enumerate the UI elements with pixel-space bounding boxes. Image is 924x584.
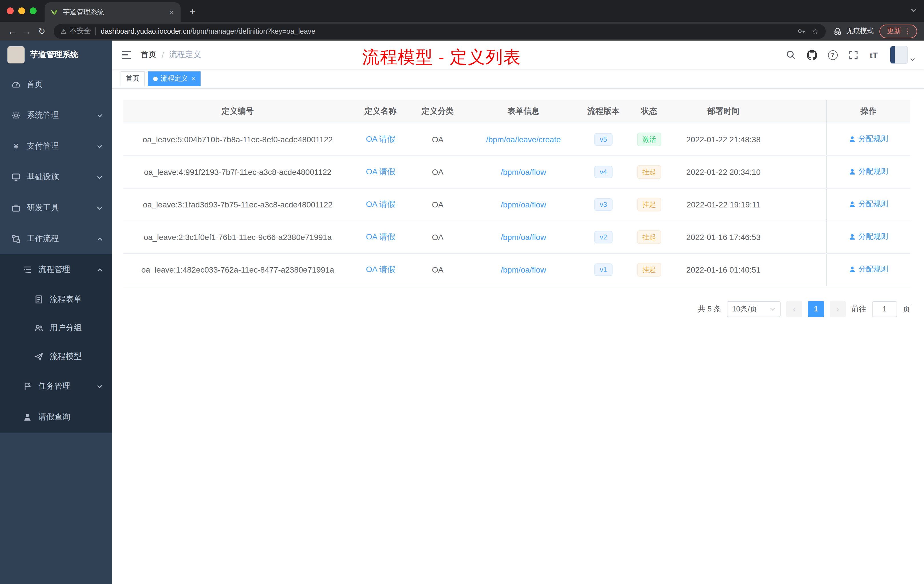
prev-icon: ‹ bbox=[793, 304, 795, 313]
deploy-time: 2022-01-22 19:19:11 bbox=[672, 188, 775, 221]
top-navbar: 首页 / 流程定义 流程模型 - 定义列表 bbox=[112, 41, 924, 69]
version-badge: v4 bbox=[594, 165, 612, 178]
deploy-time: 2022-01-22 21:48:38 bbox=[672, 123, 775, 155]
form-link[interactable]: /bpm/oa/flow bbox=[501, 167, 546, 176]
status-badge: 挂起 bbox=[637, 230, 661, 244]
prev-page-button[interactable]: ‹ bbox=[786, 301, 802, 317]
app-logo[interactable]: 芋道管理系统 bbox=[0, 41, 112, 69]
sidebar-item-leave-query[interactable]: 请假查询 bbox=[0, 402, 112, 432]
tag-process-definition[interactable]: 流程定义 × bbox=[148, 71, 201, 86]
browser-toolbar: ← → ↻ ⚠ 不安全 dashboard.yudao.iocoder.cn/b… bbox=[0, 22, 924, 41]
help-question-icon[interactable]: ? bbox=[828, 50, 838, 60]
table-row: oa_leave:3:1fad3d93-7b75-11ec-a3c8-acde4… bbox=[124, 188, 910, 221]
sidebar-item-label: 请假查询 bbox=[38, 412, 70, 422]
chevron-down-icon bbox=[97, 174, 103, 180]
address-bar[interactable]: ⚠ 不安全 dashboard.yudao.iocoder.cn/bpm/man… bbox=[54, 24, 826, 39]
chevron-down-icon bbox=[97, 112, 103, 119]
col-header-id: 定义编号 bbox=[124, 100, 352, 123]
user-menu[interactable] bbox=[890, 46, 916, 64]
sidebar-item-dev-tools[interactable]: 研发工具 bbox=[0, 193, 112, 223]
chevron-down-icon bbox=[770, 306, 776, 312]
sidebar-item-label: 流程模型 bbox=[50, 351, 82, 362]
form-link[interactable]: /bpm/oa/flow bbox=[501, 265, 546, 274]
form-link[interactable]: /bpm/oa/flow bbox=[501, 200, 546, 209]
version-badge: v2 bbox=[594, 231, 612, 243]
form-link[interactable]: /bpm/oa/leave/create bbox=[486, 135, 561, 144]
table-header-row: 定义编号 定义名称 定义分类 表单信息 流程版本 状态 部署时间 操作 bbox=[124, 100, 910, 123]
password-key-icon[interactable] bbox=[797, 27, 806, 35]
assign-rule-link[interactable]: 分配规则 bbox=[849, 167, 888, 177]
avatar[interactable] bbox=[890, 46, 908, 64]
tab-search-chevron-icon[interactable] bbox=[910, 7, 917, 14]
sidebar-item-label: 研发工具 bbox=[27, 203, 59, 213]
col-header-category: 定义分类 bbox=[409, 100, 466, 123]
goto-page-input[interactable] bbox=[872, 301, 897, 317]
reload-button[interactable]: ↻ bbox=[34, 24, 49, 39]
sidebar-item-payment[interactable]: ¥ 支付管理 bbox=[0, 131, 112, 162]
sidebar-item-workflow[interactable]: 工作流程 bbox=[0, 223, 112, 254]
window-controls bbox=[0, 0, 45, 22]
assign-rule-link[interactable]: 分配规则 bbox=[849, 134, 888, 144]
page-1-button[interactable]: 1 bbox=[808, 301, 824, 317]
sidebar-item-system[interactable]: 系统管理 bbox=[0, 100, 112, 131]
definition-category: OA bbox=[409, 188, 466, 221]
maximize-window-button[interactable] bbox=[30, 7, 36, 14]
definition-name-link[interactable]: OA 请假 bbox=[366, 134, 396, 143]
update-chrome-button[interactable]: 更新 ⋮ bbox=[879, 24, 917, 38]
fullscreen-icon[interactable] bbox=[848, 50, 859, 60]
assign-rule-link[interactable]: 分配规则 bbox=[849, 199, 888, 210]
definition-name-link[interactable]: OA 请假 bbox=[366, 232, 396, 241]
close-window-button[interactable] bbox=[7, 7, 14, 14]
col-header-actions: 操作 bbox=[826, 100, 910, 123]
assign-rule-link[interactable]: 分配规则 bbox=[849, 232, 888, 242]
breadcrumb-separator: / bbox=[162, 50, 164, 59]
new-tab-button[interactable]: + bbox=[185, 5, 200, 20]
tag-close-icon[interactable]: × bbox=[191, 74, 195, 82]
browser-tab[interactable]: 芋道管理系统 × bbox=[45, 2, 181, 22]
page-size-select[interactable]: 10条/页 bbox=[727, 301, 780, 317]
tag-label: 流程定义 bbox=[160, 74, 188, 83]
security-label: 不安全 bbox=[70, 26, 91, 36]
sidebar-toggle-hamburger-icon[interactable] bbox=[120, 49, 132, 61]
bookmark-star-icon[interactable]: ☆ bbox=[812, 26, 819, 36]
github-icon[interactable] bbox=[807, 50, 817, 60]
sidebar-item-process-form[interactable]: 流程表单 bbox=[0, 285, 112, 314]
not-secure-warning-icon: ⚠ bbox=[61, 27, 67, 35]
definition-name-link[interactable]: OA 请假 bbox=[366, 264, 396, 274]
definition-id: oa_leave:4:991f2193-7b7f-11ec-a3c8-acde4… bbox=[124, 155, 352, 188]
definition-name-link[interactable]: OA 请假 bbox=[366, 167, 396, 176]
assign-rule-link[interactable]: 分配规则 bbox=[849, 264, 888, 275]
minimize-window-button[interactable] bbox=[18, 7, 25, 14]
font-size-icon[interactable]: tT bbox=[870, 50, 878, 60]
tag-home[interactable]: 首页 bbox=[120, 71, 145, 86]
col-header-name: 定义名称 bbox=[352, 100, 409, 123]
form-link[interactable]: /bpm/oa/flow bbox=[501, 232, 546, 241]
version-badge: v5 bbox=[594, 133, 612, 145]
sidebar-item-process-management[interactable]: 流程管理 bbox=[0, 254, 112, 285]
tab-close-icon[interactable]: × bbox=[168, 8, 175, 16]
breadcrumb-home[interactable]: 首页 bbox=[140, 50, 157, 60]
page-size-value: 10条/页 bbox=[732, 304, 757, 314]
sidebar-item-task-management[interactable]: 任务管理 bbox=[0, 371, 112, 402]
back-button[interactable]: ← bbox=[5, 24, 20, 39]
forward-button: → bbox=[20, 24, 34, 39]
browser-tab-strip: 芋道管理系统 × + bbox=[0, 0, 924, 22]
browser-menu-kebab-icon[interactable]: ⋮ bbox=[904, 27, 911, 35]
definition-category: OA bbox=[409, 221, 466, 253]
sidebar-item-label: 支付管理 bbox=[27, 141, 59, 152]
definition-category: OA bbox=[409, 253, 466, 286]
sidebar-item-home[interactable]: 首页 bbox=[0, 69, 112, 100]
tab-title: 芋道管理系统 bbox=[63, 7, 164, 17]
chevron-down-icon bbox=[97, 383, 103, 389]
next-page-button[interactable]: › bbox=[830, 301, 846, 317]
search-icon[interactable] bbox=[786, 50, 796, 60]
status-badge: 挂起 bbox=[637, 165, 661, 178]
definition-id: oa_leave:1:482ec033-762a-11ec-8477-a2380… bbox=[124, 253, 352, 286]
sidebar-item-user-groups[interactable]: 用户分组 bbox=[0, 314, 112, 342]
definition-id: oa_leave:3:1fad3d93-7b75-11ec-a3c8-acde4… bbox=[124, 188, 352, 221]
sidebar-item-infrastructure[interactable]: 基础设施 bbox=[0, 162, 112, 193]
col-header-version: 流程版本 bbox=[581, 100, 626, 123]
definition-name-link[interactable]: OA 请假 bbox=[366, 199, 396, 208]
sidebar-item-process-model[interactable]: 流程模型 bbox=[0, 342, 112, 371]
briefcase-icon bbox=[12, 203, 21, 213]
